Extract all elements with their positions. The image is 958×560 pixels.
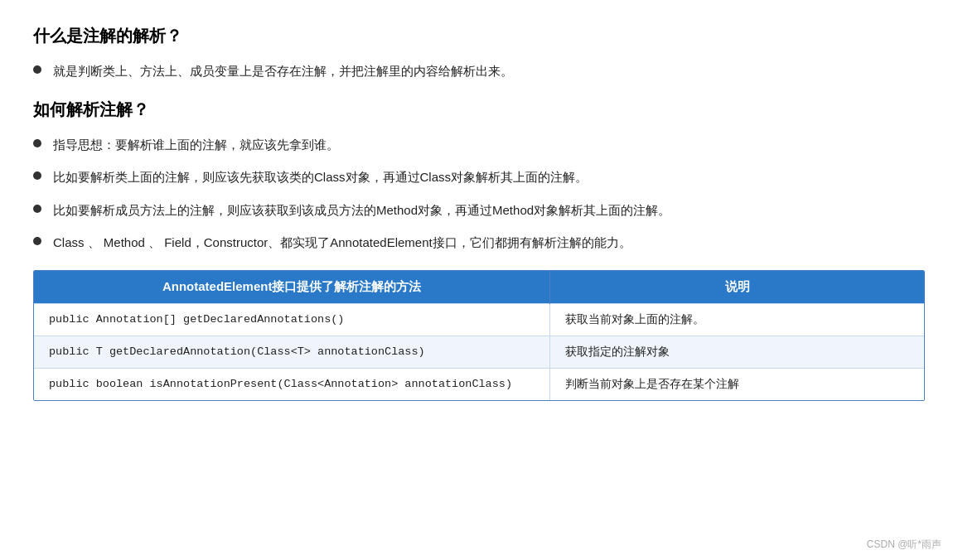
- table-header-method: AnnotatedElement接口提供了解析注解的方法: [34, 271, 550, 304]
- list-item: 比如要解析类上面的注解，则应该先获取该类的Class对象，再通过Class对象解…: [33, 167, 925, 188]
- table-cell-method: public T getDeclaredAnnotation(Class<T> …: [34, 336, 550, 368]
- list-item: 就是判断类上、方法上、成员变量上是否存在注解，并把注解里的内容给解析出来。: [33, 60, 925, 82]
- bullet-dot: [33, 171, 41, 180]
- table-cell-description: 获取当前对象上面的注解。: [550, 303, 924, 336]
- heading2: 如何解析注解？: [33, 99, 925, 121]
- list-item: 指导思想：要解析谁上面的注解，就应该先拿到谁。: [33, 134, 925, 156]
- methods-table: AnnotatedElement接口提供了解析注解的方法 说明 public A…: [34, 271, 924, 400]
- list-item: 比如要解析成员方法上的注解，则应该获取到该成员方法的Method对象，再通过Me…: [33, 200, 925, 221]
- table-row: public boolean isAnnotationPresent(Class…: [34, 368, 924, 400]
- bullet-dot: [33, 237, 41, 245]
- table-header-row: AnnotatedElement接口提供了解析注解的方法 说明: [34, 271, 924, 304]
- bullet-dot: [33, 205, 41, 213]
- table-row: public Annotation[] getDeclaredAnnotatio…: [34, 303, 924, 336]
- annotated-element-table: AnnotatedElement接口提供了解析注解的方法 说明 public A…: [33, 270, 925, 401]
- table-cell-description: 判断当前对象上是否存在某个注解: [550, 368, 924, 400]
- table-cell-method: public boolean isAnnotationPresent(Class…: [34, 368, 550, 400]
- table-cell-method: public Annotation[] getDeclaredAnnotatio…: [34, 303, 550, 336]
- watermark: CSDN @听*雨声: [867, 538, 941, 552]
- section2-bullet-list: 指导思想：要解析谁上面的注解，就应该先拿到谁。 比如要解析类上面的注解，则应该先…: [33, 134, 925, 253]
- bullet-text: 比如要解析类上面的注解，则应该先获取该类的Class对象，再通过Class对象解…: [53, 167, 925, 188]
- heading1: 什么是注解的解析？: [33, 25, 925, 47]
- bullet-text: 比如要解析成员方法上的注解，则应该获取到该成员方法的Method对象，再通过Me…: [53, 200, 925, 221]
- table-header-description: 说明: [550, 271, 924, 304]
- bullet-dot: [33, 139, 41, 147]
- table-cell-description: 获取指定的注解对象: [550, 336, 924, 368]
- bullet-text: 就是判断类上、方法上、成员变量上是否存在注解，并把注解里的内容给解析出来。: [53, 60, 925, 82]
- section1-bullet-list: 就是判断类上、方法上、成员变量上是否存在注解，并把注解里的内容给解析出来。: [33, 60, 925, 82]
- bullet-text: Class 、 Method 、 Field，Constructor、都实现了A…: [53, 232, 925, 253]
- list-item: Class 、 Method 、 Field，Constructor、都实现了A…: [33, 232, 925, 253]
- table-row: public T getDeclaredAnnotation(Class<T> …: [34, 336, 924, 368]
- bullet-text: 指导思想：要解析谁上面的注解，就应该先拿到谁。: [53, 134, 925, 156]
- bullet-dot: [33, 65, 41, 74]
